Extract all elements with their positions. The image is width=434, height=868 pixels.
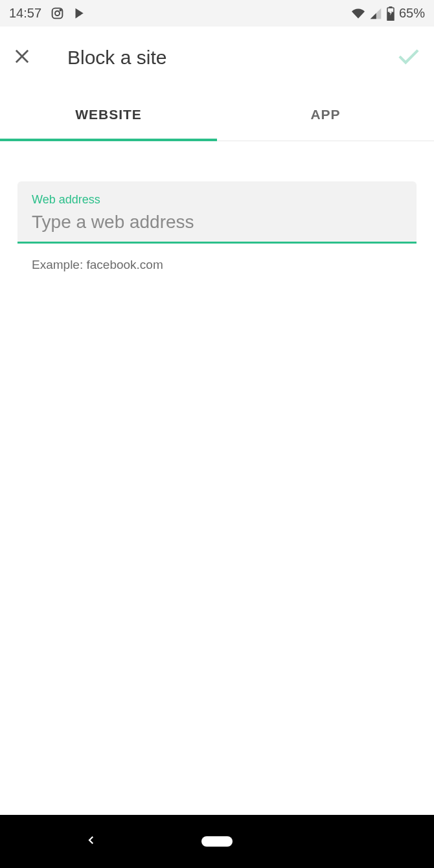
web-address-field[interactable]: Web address (17, 181, 417, 244)
play-store-icon (73, 6, 87, 20)
instagram-icon (51, 6, 64, 20)
confirm-button[interactable] (385, 44, 421, 71)
tab-app[interactable]: APP (217, 88, 434, 141)
wifi-icon (351, 7, 365, 20)
helper-text: Example: facebook.com (17, 258, 417, 272)
battery-percent: 65% (399, 6, 425, 21)
close-icon (13, 47, 31, 68)
svg-point-1 (55, 11, 60, 16)
back-button[interactable] (86, 833, 97, 850)
web-address-input[interactable] (32, 212, 402, 233)
check-icon (396, 44, 421, 71)
status-right: 65% (351, 6, 425, 21)
app-bar: Block a site (0, 27, 434, 88)
web-address-label: Web address (32, 193, 402, 207)
content: Web address Example: facebook.com (0, 141, 434, 272)
status-time: 14:57 (9, 6, 41, 21)
status-bar: 14:57 65% (0, 0, 434, 27)
svg-point-2 (60, 10, 62, 11)
navigation-bar (0, 815, 434, 868)
close-button[interactable] (13, 47, 49, 68)
tabs: WEBSITE APP (0, 88, 434, 141)
signal-icon (369, 7, 382, 20)
chevron-left-icon (86, 833, 97, 850)
tab-website[interactable]: WEBSITE (0, 88, 217, 141)
battery-icon (386, 6, 395, 21)
page-title: Block a site (67, 47, 385, 69)
home-pill[interactable] (201, 836, 233, 847)
status-left: 14:57 (9, 6, 87, 21)
